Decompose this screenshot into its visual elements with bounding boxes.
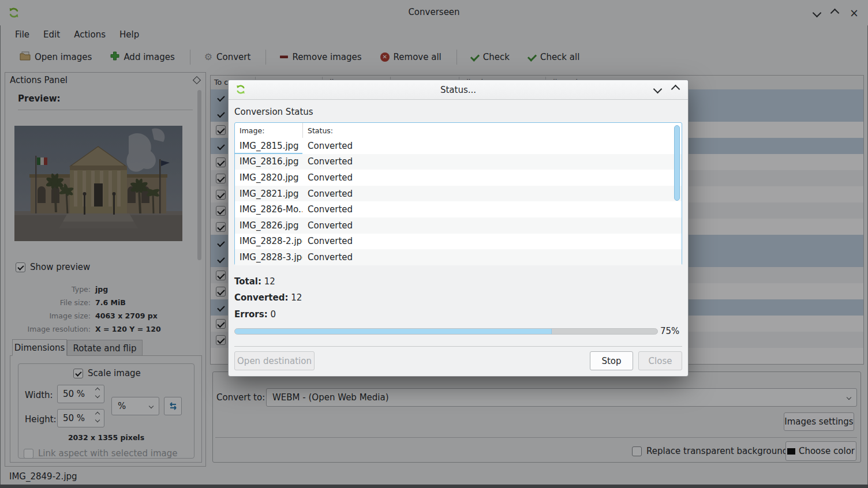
conversion-row-filename: IMG_2828-2.jpg: [235, 234, 302, 250]
conversion-row[interactable]: IMG_2815.jpgConverted: [235, 138, 682, 154]
converted-line: Converted: 12: [234, 292, 302, 303]
errors-line: Errors: 0: [234, 309, 276, 320]
progress-fill: [235, 329, 552, 334]
conversion-row-status: Converted: [302, 189, 353, 199]
stop-button[interactable]: Stop: [590, 351, 633, 370]
conversion-list-header[interactable]: Image: Status:: [235, 123, 682, 138]
column-status[interactable]: Status:: [302, 123, 333, 138]
open-destination-button[interactable]: Open destination: [234, 351, 315, 370]
conversion-row-filename: IMG_2816.jpg: [235, 154, 302, 170]
conversion-row[interactable]: IMG_2816.jpgConverted: [235, 154, 682, 170]
conversion-list: Image: Status: IMG_2815.jpgConvertedIMG_…: [234, 122, 682, 265]
conversion-row-status: Converted: [302, 156, 353, 167]
conversion-row[interactable]: IMG_2820.jpgConverted: [235, 170, 682, 186]
column-image[interactable]: Image:: [235, 123, 302, 138]
conversion-row-filename: IMG_2828-3.jpg: [235, 249, 302, 265]
close-button[interactable]: Close: [638, 351, 682, 370]
conversion-row-filename: IMG_2815.jpg: [235, 138, 302, 154]
conversion-row-filename: IMG_2820.jpg: [235, 170, 302, 186]
converseen-window: Converseen × File Edit Actions Help Open…: [0, 0, 868, 488]
conversion-row-status: Converted: [302, 141, 353, 151]
conversion-row[interactable]: IMG_2821.jpgConverted: [235, 186, 682, 202]
dialog-maximize-icon[interactable]: [671, 85, 680, 94]
conversion-row-status: Converted: [302, 204, 353, 215]
conversion-row-status: Converted: [302, 220, 353, 231]
conversion-row-status: Converted: [302, 172, 353, 183]
progress-percent: 75%: [660, 326, 679, 336]
dialog-title: Status...: [229, 85, 688, 95]
conversion-row-filename: IMG_2826.jpg: [235, 217, 302, 234]
conversion-row-status: Converted: [302, 236, 353, 246]
conversion-row[interactable]: IMG_2826.jpgConverted: [235, 217, 682, 234]
dialog-title-bar[interactable]: Status...: [229, 80, 688, 100]
divider: [234, 346, 682, 347]
conversion-row[interactable]: IMG_2828-3.jpgConverted: [235, 249, 682, 265]
dialog-minimize-icon[interactable]: [653, 85, 663, 94]
progress-bar: [234, 328, 658, 335]
total-line: Total: 12: [234, 276, 275, 287]
conversion-row[interactable]: IMG_2828-2.jpgConverted: [235, 234, 682, 250]
conversion-row[interactable]: IMG_2826-Mo...Converted: [235, 201, 682, 217]
conversion-row-filename: IMG_2821.jpg: [235, 186, 302, 202]
conversion-status-heading: Conversion Status: [234, 107, 313, 117]
status-dialog: Status... Conversion Status Image: Statu…: [229, 80, 688, 376]
conversion-row-status: Converted: [302, 252, 353, 262]
conversion-row-filename: IMG_2826-Mo...: [235, 201, 302, 217]
list-scrollbar[interactable]: [674, 125, 680, 201]
